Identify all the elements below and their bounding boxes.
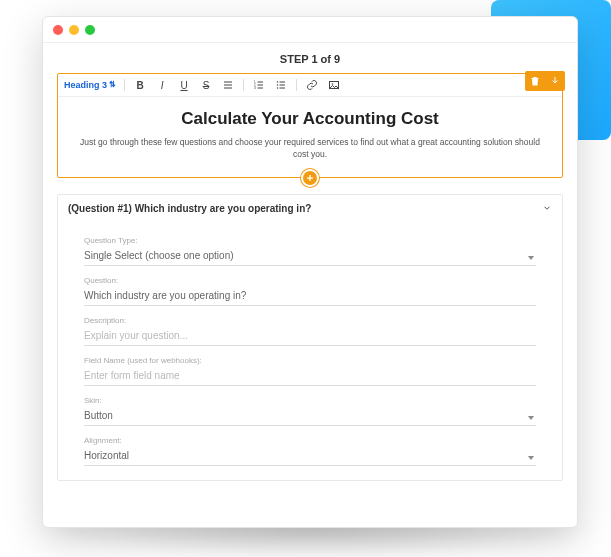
fieldname-input[interactable] <box>84 367 536 386</box>
field-label: Field Name (used for webhooks): <box>84 356 536 365</box>
align-icon <box>222 79 234 91</box>
strikethrough-button[interactable]: S <box>199 78 213 92</box>
delete-button[interactable] <box>525 71 545 91</box>
rich-text-editor: Heading 3 ⇅ B I U S 123 <box>57 73 563 178</box>
bold-icon: B <box>136 80 143 91</box>
window-close-button[interactable] <box>53 25 63 35</box>
toolbar-separator <box>124 79 125 91</box>
underline-icon: U <box>180 80 187 91</box>
window-maximize-button[interactable] <box>85 25 95 35</box>
sort-icon: ⇅ <box>109 82 116 88</box>
svg-point-4 <box>277 84 279 86</box>
ordered-list-icon: 123 <box>253 79 265 91</box>
unordered-list-icon <box>275 79 287 91</box>
image-button[interactable] <box>327 78 341 92</box>
unordered-list-button[interactable] <box>274 78 288 92</box>
plus-icon <box>305 173 315 183</box>
description-input[interactable] <box>84 327 536 346</box>
question-type-select[interactable] <box>84 247 536 266</box>
field-fieldname: Field Name (used for webhooks): <box>84 356 536 386</box>
skin-select[interactable] <box>84 407 536 426</box>
field-label: Alignment: <box>84 436 536 445</box>
link-button[interactable] <box>305 78 319 92</box>
skin-value[interactable] <box>84 407 536 426</box>
toolbar-separator <box>296 79 297 91</box>
heading-label: Heading 3 <box>64 80 107 90</box>
field-question-type: Question Type: <box>84 236 536 266</box>
alignment-select[interactable] <box>84 447 536 466</box>
editor-corner-actions <box>525 71 565 91</box>
link-icon <box>306 79 318 91</box>
step-indicator: STEP 1 of 9 <box>57 53 563 65</box>
strikethrough-icon: S <box>203 80 210 91</box>
chevron-down-icon <box>542 203 552 213</box>
italic-icon: I <box>161 80 164 91</box>
add-element-button[interactable] <box>301 169 319 187</box>
heading-selector[interactable]: Heading 3 ⇅ <box>64 80 116 90</box>
field-description: Description: <box>84 316 536 346</box>
question-header-label: (Question #1) Which industry are you ope… <box>68 203 311 214</box>
question-text-input[interactable] <box>84 287 536 306</box>
editor-title: Calculate Your Accounting Cost <box>76 109 544 129</box>
question-body: Question Type: Question: Description: Fi… <box>58 222 562 480</box>
field-skin: Skin: <box>84 396 536 426</box>
svg-text:3: 3 <box>254 86 256 90</box>
bold-button[interactable]: B <box>133 78 147 92</box>
align-button[interactable] <box>221 78 235 92</box>
window-minimize-button[interactable] <box>69 25 79 35</box>
italic-button[interactable]: I <box>155 78 169 92</box>
field-alignment: Alignment: <box>84 436 536 466</box>
svg-point-3 <box>277 81 279 83</box>
underline-button[interactable]: U <box>177 78 191 92</box>
image-icon <box>328 79 340 91</box>
editor-body[interactable]: Calculate Your Accounting Cost Just go t… <box>58 97 562 177</box>
field-label: Question: <box>84 276 536 285</box>
editor-section: Heading 3 ⇅ B I U S 123 <box>57 73 563 178</box>
content-area: STEP 1 of 9 Heading 3 ⇅ B I <box>43 43 577 527</box>
alignment-value[interactable] <box>84 447 536 466</box>
question-panel: (Question #1) Which industry are you ope… <box>57 194 563 481</box>
app-window: STEP 1 of 9 Heading 3 ⇅ B I <box>42 16 578 528</box>
editor-toolbar: Heading 3 ⇅ B I U S 123 <box>58 74 562 97</box>
question-type-value[interactable] <box>84 247 536 266</box>
editor-subtitle: Just go through these few questions and … <box>76 137 544 161</box>
question-header[interactable]: (Question #1) Which industry are you ope… <box>58 195 562 222</box>
arrow-down-icon <box>549 75 561 87</box>
field-question-text: Question: <box>84 276 536 306</box>
titlebar <box>43 17 577 43</box>
svg-point-7 <box>332 83 334 85</box>
field-label: Question Type: <box>84 236 536 245</box>
move-down-button[interactable] <box>545 71 565 91</box>
toolbar-separator <box>243 79 244 91</box>
field-label: Skin: <box>84 396 536 405</box>
field-label: Description: <box>84 316 536 325</box>
svg-point-5 <box>277 87 279 89</box>
ordered-list-button[interactable]: 123 <box>252 78 266 92</box>
trash-icon <box>529 75 541 87</box>
